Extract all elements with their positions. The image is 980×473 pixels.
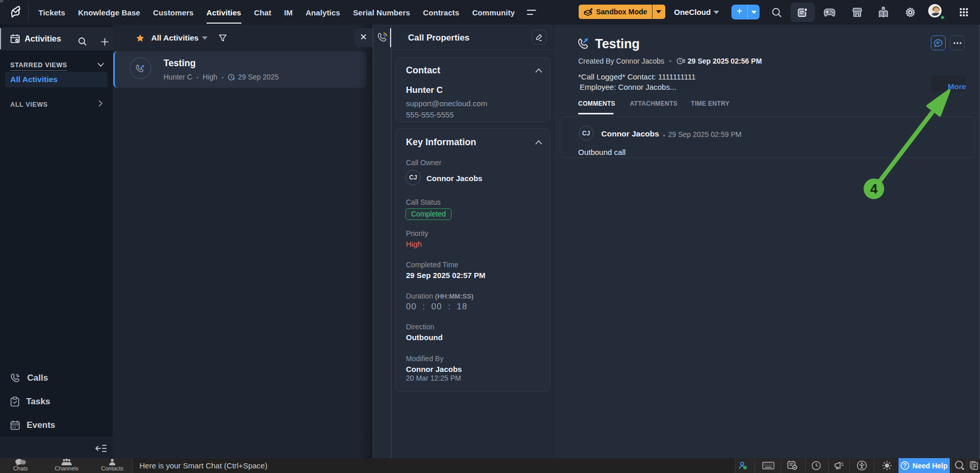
svg-text:4: 4 <box>870 181 878 196</box>
